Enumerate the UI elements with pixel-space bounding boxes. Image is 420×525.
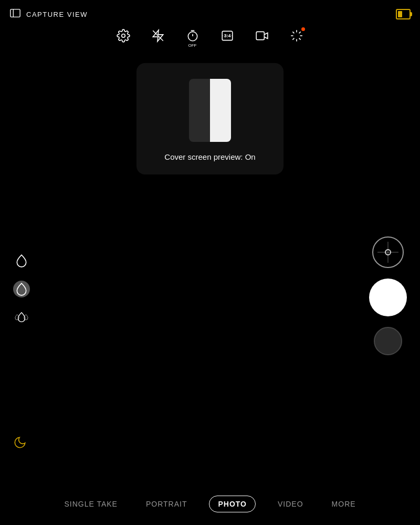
svg-rect-0 xyxy=(10,9,20,17)
gallery-button[interactable] xyxy=(374,327,402,355)
phone-dark-half xyxy=(189,79,210,142)
phone-preview-image xyxy=(189,79,231,142)
nav-item-photo[interactable]: PHOTO xyxy=(209,496,256,512)
lens-option-active[interactable] xyxy=(13,281,30,297)
level-indicator xyxy=(372,236,404,268)
notification-dot xyxy=(301,27,305,31)
droplet-icon xyxy=(15,254,28,267)
settings-icon xyxy=(117,29,130,43)
lens-option-3[interactable] xyxy=(13,309,30,326)
nav-item-video[interactable]: VIDEO xyxy=(271,496,310,512)
level-center-dot xyxy=(385,249,391,255)
night-mode-button[interactable] xyxy=(13,436,27,451)
header: CAPTURE VIEW xyxy=(0,0,420,28)
flash-button[interactable] xyxy=(151,29,165,43)
timer-label: OFF xyxy=(188,43,197,48)
settings-button[interactable] xyxy=(117,29,130,43)
effects-button[interactable] xyxy=(290,29,303,43)
nav-item-single-take[interactable]: SINGLE TAKE xyxy=(58,496,124,512)
svg-point-5 xyxy=(188,32,197,40)
cover-screen-text: Cover screen preview: On xyxy=(164,152,255,161)
svg-rect-9 xyxy=(256,32,264,39)
timer-icon xyxy=(186,29,200,43)
right-controls xyxy=(369,236,407,355)
nav-item-portrait[interactable]: PORTRAIT xyxy=(140,496,194,512)
ratio-button[interactable]: 3:4 xyxy=(220,29,234,43)
header-title: CAPTURE VIEW xyxy=(26,11,88,18)
battery-fill xyxy=(398,11,402,17)
effects-icon xyxy=(290,29,303,43)
flash-off-icon xyxy=(151,29,165,43)
header-left: CAPTURE VIEW xyxy=(9,7,88,21)
svg-line-12 xyxy=(292,32,294,33)
timer-button[interactable]: OFF xyxy=(186,29,200,43)
svg-line-13 xyxy=(299,38,301,40)
video-filter-button[interactable] xyxy=(255,29,269,43)
droplet-filled-icon xyxy=(15,282,28,296)
svg-point-2 xyxy=(122,34,125,38)
top-toolbar: OFF 3:4 xyxy=(0,29,420,43)
capture-view-icon xyxy=(9,7,21,21)
svg-line-16 xyxy=(292,38,294,40)
svg-line-17 xyxy=(299,32,301,33)
cover-screen-preview: Cover screen preview: On xyxy=(136,63,284,174)
phone-light-half xyxy=(210,79,231,142)
lens-selector xyxy=(13,252,30,326)
lens-option-1[interactable] xyxy=(13,252,30,269)
moon-icon xyxy=(13,436,27,449)
triple-droplet-icon xyxy=(15,311,28,324)
nav-item-more[interactable]: MORE xyxy=(326,496,362,512)
video-filter-icon xyxy=(255,29,269,43)
battery-indicator xyxy=(396,9,411,19)
shutter-button[interactable] xyxy=(369,279,407,316)
ratio-label: 3:4 xyxy=(224,33,230,38)
bottom-navigation: SINGLE TAKE PORTRAIT PHOTO VIDEO MORE xyxy=(0,483,420,525)
